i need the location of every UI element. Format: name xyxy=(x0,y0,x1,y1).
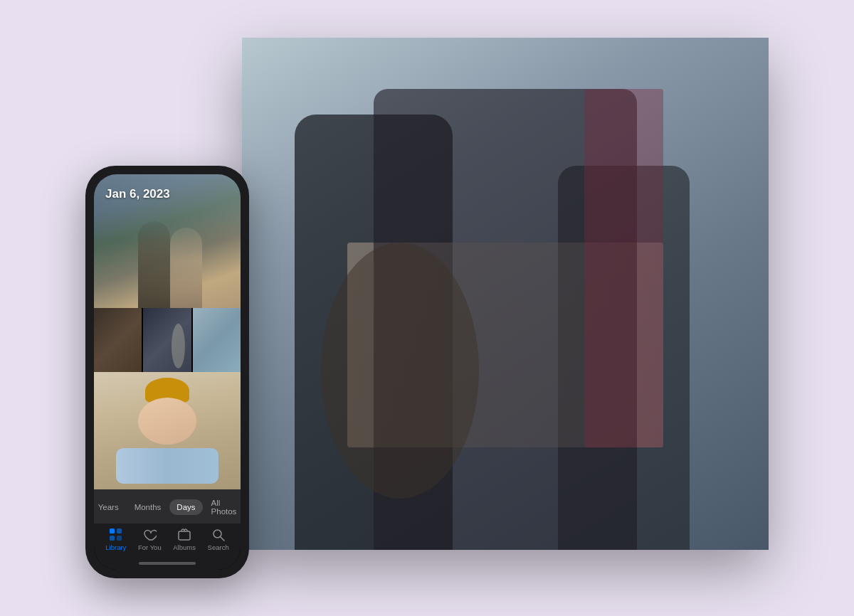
ipad-device: ··· Photos Library xyxy=(242,38,769,550)
iphone-bottombar: Library For You Albums xyxy=(94,524,241,557)
iphone-grid-photo-3[interactable] xyxy=(193,308,241,372)
iphone-tab-months[interactable]: Months xyxy=(127,499,169,515)
iphone-nav-for-you[interactable]: For You xyxy=(138,528,162,551)
svg-rect-14 xyxy=(110,529,115,533)
iphone-nav-search[interactable]: Search xyxy=(208,528,229,551)
iphone-grid-photo-1[interactable] xyxy=(94,308,142,372)
svg-rect-15 xyxy=(117,529,122,533)
svg-rect-18 xyxy=(179,531,190,540)
iphone-portrait-photo[interactable] xyxy=(94,372,241,489)
iphone-date-label: Jan 6, 2023 xyxy=(105,187,170,201)
svg-line-20 xyxy=(221,537,224,541)
iphone-screen: Jan 6, 2023 xyxy=(94,174,241,570)
iphone-main-photo[interactable]: Jan 6, 2023 xyxy=(94,174,241,308)
iphone-grid-photo-2[interactable] xyxy=(143,308,191,372)
iphone-photo-grid xyxy=(94,308,241,372)
iphone-nav-albums-label: Albums xyxy=(173,543,196,551)
iphone-tab-all-photos[interactable]: All Photos xyxy=(204,495,241,519)
iphone-nav-for-you-label: For You xyxy=(138,543,162,551)
scene: ··· Photos Library xyxy=(85,38,769,578)
iphone-home-bar xyxy=(139,562,196,565)
svg-rect-17 xyxy=(117,536,122,541)
iphone-device: Jan 6, 2023 xyxy=(85,166,249,578)
iphone-view-tabs: Years Months Days All Photos xyxy=(94,489,241,524)
ipad-content-area: Jan 6, 2023 Years Months Days All Photos xyxy=(394,48,759,540)
iphone-tab-years[interactable]: Years xyxy=(94,499,126,515)
iphone-tab-days[interactable]: Days xyxy=(169,499,202,515)
ipad-photos-grid xyxy=(394,87,759,503)
iphone-nav-library[interactable]: Library xyxy=(105,528,126,551)
ipad-screen: ··· Photos Library xyxy=(252,48,759,540)
iphone-home-indicator xyxy=(94,557,241,570)
iphone-nav-albums[interactable]: Albums xyxy=(173,528,196,551)
iphone-nav-library-label: Library xyxy=(105,543,126,551)
svg-rect-16 xyxy=(110,536,115,541)
iphone-nav-search-label: Search xyxy=(208,543,229,551)
svg-point-19 xyxy=(214,530,221,538)
